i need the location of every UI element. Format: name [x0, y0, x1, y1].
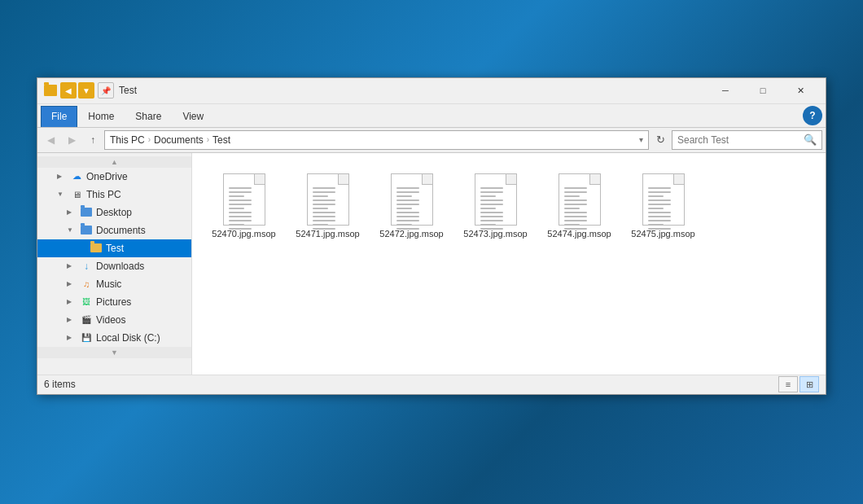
- desktop-arrow: ▶: [67, 208, 77, 216]
- file-item-3[interactable]: 52473.jpg.msop: [457, 166, 534, 247]
- sidebar-item-onedrive[interactable]: ▶ ☁ OneDrive: [37, 168, 191, 186]
- status-bar: 6 items ≡ ⊞: [37, 375, 826, 394]
- pin-button[interactable]: 📌: [98, 82, 114, 99]
- file-icon-4: [559, 173, 601, 226]
- sidebar-label-pictures: Pictures: [96, 296, 131, 308]
- grid-view-button[interactable]: ⊞: [799, 376, 819, 392]
- maximize-button[interactable]: □: [744, 77, 782, 103]
- sidebar-item-desktop[interactable]: ▶ Desktop: [37, 204, 191, 221]
- file-item-1[interactable]: 52471.jpg.msop: [289, 166, 366, 247]
- file-name-3: 52473.jpg.msop: [463, 229, 527, 239]
- folder-icon: [44, 85, 57, 96]
- music-arrow: ▶: [67, 280, 77, 287]
- sidebar-scroll-up[interactable]: ▲: [37, 156, 191, 168]
- music-icon: ♫: [80, 278, 93, 291]
- pictures-arrow: ▶: [67, 298, 77, 305]
- disk-arrow: ▶: [67, 334, 77, 341]
- file-item-0[interactable]: 52470.jpg.msop: [205, 166, 283, 247]
- desktop-folder-icon: [80, 206, 93, 219]
- close-button[interactable]: ✕: [782, 77, 819, 103]
- file-icon-5: [642, 173, 685, 226]
- sidebar-item-this-pc[interactable]: ▼ 🖥 This PC: [37, 186, 191, 204]
- file-item-2[interactable]: 52472.jpg.msop: [373, 166, 450, 247]
- file-icon-2: [391, 173, 433, 226]
- view-buttons: ≡ ⊞: [778, 376, 819, 392]
- this-pc-icon: 🖥: [70, 188, 83, 201]
- list-view-icon: ≡: [786, 379, 791, 389]
- list-view-button[interactable]: ≡: [778, 376, 798, 392]
- tab-share[interactable]: Share: [125, 106, 172, 127]
- title-bar: ◀ ▼ 📌 Test ─ □ ✕: [37, 78, 826, 104]
- tab-view[interactable]: View: [172, 106, 214, 127]
- file-name-2: 52472.jpg.msop: [379, 229, 443, 239]
- quick-access-prev-button[interactable]: ◀: [60, 82, 77, 99]
- downloads-arrow: ▶: [67, 262, 77, 270]
- explorer-window: ◀ ▼ 📌 Test ─ □ ✕ File Home Share View ? …: [37, 77, 826, 395]
- search-icon[interactable]: 🔍: [804, 134, 817, 146]
- sidebar-label-downloads: Downloads: [96, 261, 144, 272]
- sidebar-label-documents: Documents: [96, 225, 146, 236]
- file-name-4: 52474.jpg.msop: [547, 229, 611, 239]
- file-name-0: 52470.jpg.msop: [212, 229, 275, 239]
- content-area: 52470.jpg.msop: [192, 153, 826, 375]
- test-folder-icon: [90, 242, 103, 255]
- path-chevron-2: ›: [207, 135, 209, 144]
- sidebar: ▲ ▶ ☁ OneDrive ▼ 🖥 This PC ▶: [37, 153, 192, 375]
- sidebar-item-documents[interactable]: ▼ Documents: [37, 221, 191, 239]
- refresh-button[interactable]: ↻: [651, 130, 670, 150]
- tab-file[interactable]: File: [41, 106, 77, 127]
- tab-home[interactable]: Home: [77, 106, 125, 127]
- path-this-pc[interactable]: This PC: [110, 134, 145, 146]
- sidebar-item-music[interactable]: ▶ ♫ Music: [37, 275, 191, 293]
- ribbon-tabs: File Home Share View ?: [37, 104, 826, 127]
- disk-icon: 💾: [80, 331, 93, 344]
- search-input[interactable]: [677, 134, 804, 146]
- path-chevron-1: ›: [148, 135, 151, 144]
- search-box[interactable]: 🔍: [672, 130, 822, 150]
- sidebar-label-local-disk: Local Disk (C:): [96, 332, 160, 344]
- title-bar-icons: ◀ ▼ 📌: [44, 82, 114, 99]
- sidebar-item-downloads[interactable]: ▶ ↓ Downloads: [37, 257, 191, 275]
- back-button[interactable]: ◀: [41, 130, 60, 150]
- file-item-5[interactable]: 52475.jpg.msop: [624, 166, 702, 247]
- sidebar-item-pictures[interactable]: ▶ 🖼 Pictures: [37, 293, 191, 311]
- grid-view-icon: ⊞: [806, 379, 813, 390]
- minimize-button[interactable]: ─: [707, 77, 744, 103]
- address-path[interactable]: This PC › Documents › Test ▾: [104, 130, 649, 150]
- documents-arrow: ▼: [67, 226, 77, 234]
- main-area: ▲ ▶ ☁ OneDrive ▼ 🖥 This PC ▶: [37, 153, 826, 375]
- sidebar-label-music: Music: [96, 278, 121, 290]
- sidebar-label-onedrive: OneDrive: [86, 171, 128, 182]
- sidebar-item-test[interactable]: Test: [37, 239, 191, 257]
- documents-folder-icon: [80, 224, 93, 237]
- item-count: 6 items: [44, 379, 76, 390]
- onedrive-icon: ☁: [70, 170, 83, 183]
- sidebar-item-local-disk[interactable]: ▶ 💾 Local Disk (C:): [37, 329, 191, 347]
- file-icon-0: [223, 173, 265, 226]
- files-grid: 52470.jpg.msop: [192, 153, 826, 375]
- up-button[interactable]: ↑: [83, 130, 103, 150]
- sidebar-item-videos[interactable]: ▶ 🎬 Videos: [37, 311, 191, 329]
- address-bar: ◀ ▶ ↑ This PC › Documents › Test ▾ ↻ 🔍: [37, 128, 826, 153]
- file-item-4[interactable]: 52474.jpg.msop: [541, 166, 618, 247]
- downloads-icon: ↓: [80, 260, 93, 273]
- help-button[interactable]: ?: [803, 106, 822, 125]
- file-name-1: 52471.jpg.msop: [296, 229, 359, 239]
- file-icon-3: [475, 173, 517, 226]
- onedrive-arrow: ▶: [57, 173, 67, 180]
- file-name-5: 52475.jpg.msop: [631, 229, 694, 239]
- sidebar-scroll-down[interactable]: ▼: [37, 347, 191, 358]
- sidebar-label-desktop: Desktop: [96, 207, 132, 218]
- sidebar-label-this-pc: This PC: [86, 189, 121, 200]
- file-icon-1: [307, 173, 349, 226]
- quick-access-next-button[interactable]: ▼: [78, 82, 94, 99]
- path-dropdown-arrow[interactable]: ▾: [639, 135, 643, 144]
- sidebar-label-test: Test: [106, 243, 124, 254]
- videos-icon: 🎬: [80, 313, 93, 327]
- window-controls: ─ □ ✕: [707, 77, 819, 103]
- thispc-arrow: ▼: [57, 191, 67, 198]
- path-documents[interactable]: Documents: [154, 134, 204, 146]
- ribbon: File Home Share View ?: [37, 104, 826, 128]
- path-test[interactable]: Test: [212, 134, 230, 146]
- forward-button[interactable]: ▶: [62, 130, 81, 150]
